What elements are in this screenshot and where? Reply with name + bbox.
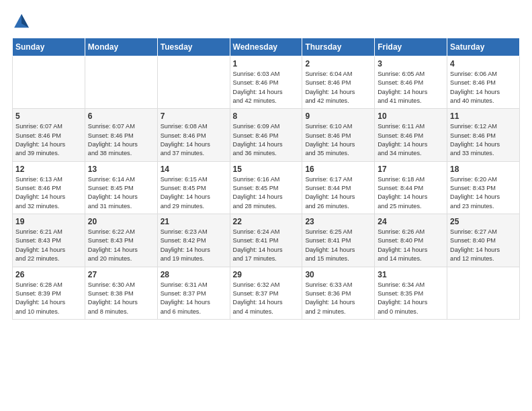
header: [12, 12, 520, 31]
calendar-cell: 2Sunrise: 6:04 AM Sunset: 8:46 PM Daylig…: [302, 56, 375, 109]
day-number: 1: [233, 59, 300, 68]
cell-content: Sunrise: 6:05 AM Sunset: 8:46 PM Dayligh…: [378, 70, 444, 105]
cell-content: Sunrise: 6:20 AM Sunset: 8:43 PM Dayligh…: [450, 175, 517, 211]
day-number: 20: [88, 217, 154, 226]
day-number: 9: [305, 111, 371, 121]
cell-content: Sunrise: 6:07 AM Sunset: 8:46 PM Dayligh…: [88, 122, 154, 158]
calendar-cell: 22Sunrise: 6:24 AM Sunset: 8:41 PM Dayli…: [230, 214, 302, 267]
calendar-header-row: SundayMondayTuesdayWednesdayThursdayFrid…: [13, 38, 520, 56]
cell-content: Sunrise: 6:24 AM Sunset: 8:41 PM Dayligh…: [233, 228, 300, 263]
day-number: 8: [233, 111, 300, 121]
calendar-header-wednesday: Wednesday: [230, 38, 302, 56]
calendar-cell: [13, 56, 85, 109]
day-number: 17: [378, 165, 444, 174]
logo: [12, 12, 34, 31]
cell-content: Sunrise: 6:12 AM Sunset: 8:46 PM Dayligh…: [450, 122, 517, 158]
calendar-week-row: 19Sunrise: 6:21 AM Sunset: 8:43 PM Dayli…: [13, 214, 520, 267]
day-number: 28: [161, 270, 227, 279]
calendar-cell: 16Sunrise: 6:17 AM Sunset: 8:44 PM Dayli…: [302, 161, 375, 214]
calendar-cell: 6Sunrise: 6:07 AM Sunset: 8:46 PM Daylig…: [85, 109, 157, 161]
calendar-cell: 1Sunrise: 6:03 AM Sunset: 8:46 PM Daylig…: [230, 56, 302, 109]
calendar-header-tuesday: Tuesday: [157, 38, 230, 56]
day-number: 6: [88, 111, 154, 121]
day-number: 16: [305, 165, 371, 174]
cell-content: Sunrise: 6:33 AM Sunset: 8:36 PM Dayligh…: [305, 281, 371, 316]
day-number: 23: [305, 217, 371, 226]
calendar-cell: 24Sunrise: 6:26 AM Sunset: 8:40 PM Dayli…: [375, 214, 447, 267]
day-number: 25: [450, 217, 517, 226]
calendar-header-monday: Monday: [85, 38, 157, 56]
cell-content: Sunrise: 6:06 AM Sunset: 8:46 PM Dayligh…: [450, 70, 517, 105]
calendar-cell: 18Sunrise: 6:20 AM Sunset: 8:43 PM Dayli…: [447, 161, 520, 214]
day-number: 31: [378, 270, 444, 279]
calendar-cell: 28Sunrise: 6:31 AM Sunset: 8:37 PM Dayli…: [157, 267, 230, 319]
cell-content: Sunrise: 6:18 AM Sunset: 8:44 PM Dayligh…: [378, 175, 444, 211]
cell-content: Sunrise: 6:23 AM Sunset: 8:42 PM Dayligh…: [161, 228, 227, 263]
calendar-table: SundayMondayTuesdayWednesdayThursdayFrid…: [12, 38, 520, 320]
day-number: 18: [450, 165, 517, 174]
day-number: 24: [378, 217, 444, 226]
cell-content: Sunrise: 6:30 AM Sunset: 8:38 PM Dayligh…: [88, 281, 154, 316]
day-number: 12: [15, 165, 82, 174]
cell-content: Sunrise: 6:16 AM Sunset: 8:45 PM Dayligh…: [233, 175, 300, 211]
day-number: 2: [305, 59, 371, 68]
cell-content: Sunrise: 6:10 AM Sunset: 8:46 PM Dayligh…: [305, 122, 371, 158]
calendar-cell: 3Sunrise: 6:05 AM Sunset: 8:46 PM Daylig…: [375, 56, 447, 109]
day-number: 30: [305, 270, 371, 279]
day-number: 19: [15, 217, 82, 226]
cell-content: Sunrise: 6:34 AM Sunset: 8:35 PM Dayligh…: [378, 281, 444, 316]
cell-content: Sunrise: 6:27 AM Sunset: 8:40 PM Dayligh…: [450, 228, 517, 263]
cell-content: Sunrise: 6:22 AM Sunset: 8:43 PM Dayligh…: [88, 228, 154, 263]
cell-content: Sunrise: 6:04 AM Sunset: 8:46 PM Dayligh…: [305, 70, 371, 105]
cell-content: Sunrise: 6:09 AM Sunset: 8:46 PM Dayligh…: [233, 122, 300, 158]
cell-content: Sunrise: 6:25 AM Sunset: 8:41 PM Dayligh…: [305, 228, 371, 263]
cell-content: Sunrise: 6:28 AM Sunset: 8:39 PM Dayligh…: [15, 281, 82, 316]
day-number: 10: [378, 111, 444, 121]
calendar-cell: 17Sunrise: 6:18 AM Sunset: 8:44 PM Dayli…: [375, 161, 447, 214]
cell-content: Sunrise: 6:07 AM Sunset: 8:46 PM Dayligh…: [15, 122, 82, 158]
day-number: 27: [88, 270, 154, 279]
day-number: 5: [15, 111, 82, 121]
calendar-cell: 29Sunrise: 6:32 AM Sunset: 8:37 PM Dayli…: [230, 267, 302, 319]
calendar-cell: 21Sunrise: 6:23 AM Sunset: 8:42 PM Dayli…: [157, 214, 230, 267]
calendar-cell: 26Sunrise: 6:28 AM Sunset: 8:39 PM Dayli…: [13, 267, 85, 319]
calendar-header-sunday: Sunday: [13, 38, 85, 56]
calendar-cell: 31Sunrise: 6:34 AM Sunset: 8:35 PM Dayli…: [375, 267, 447, 319]
calendar-cell: 14Sunrise: 6:15 AM Sunset: 8:45 PM Dayli…: [157, 161, 230, 214]
day-number: 14: [161, 165, 227, 174]
calendar-cell: 19Sunrise: 6:21 AM Sunset: 8:43 PM Dayli…: [13, 214, 85, 267]
day-number: 22: [233, 217, 300, 226]
calendar-cell: 15Sunrise: 6:16 AM Sunset: 8:45 PM Dayli…: [230, 161, 302, 214]
day-number: 4: [450, 59, 517, 68]
calendar-week-row: 26Sunrise: 6:28 AM Sunset: 8:39 PM Dayli…: [13, 267, 520, 319]
calendar-cell: 9Sunrise: 6:10 AM Sunset: 8:46 PM Daylig…: [302, 109, 375, 161]
day-number: 13: [88, 165, 154, 174]
cell-content: Sunrise: 6:13 AM Sunset: 8:46 PM Dayligh…: [15, 175, 82, 211]
calendar-cell: 10Sunrise: 6:11 AM Sunset: 8:46 PM Dayli…: [375, 109, 447, 161]
calendar-cell: 5Sunrise: 6:07 AM Sunset: 8:46 PM Daylig…: [13, 109, 85, 161]
cell-content: Sunrise: 6:26 AM Sunset: 8:40 PM Dayligh…: [378, 228, 444, 263]
day-number: 15: [233, 165, 300, 174]
cell-content: Sunrise: 6:14 AM Sunset: 8:45 PM Dayligh…: [88, 175, 154, 211]
day-number: 29: [233, 270, 300, 279]
day-number: 21: [161, 217, 227, 226]
calendar-cell: [85, 56, 157, 109]
logo-icon: [12, 12, 31, 31]
calendar-cell: 20Sunrise: 6:22 AM Sunset: 8:43 PM Dayli…: [85, 214, 157, 267]
page: SundayMondayTuesdayWednesdayThursdayFrid…: [0, 0, 532, 411]
calendar-cell: 25Sunrise: 6:27 AM Sunset: 8:40 PM Dayli…: [447, 214, 520, 267]
cell-content: Sunrise: 6:32 AM Sunset: 8:37 PM Dayligh…: [233, 281, 300, 316]
cell-content: Sunrise: 6:11 AM Sunset: 8:46 PM Dayligh…: [378, 122, 444, 158]
calendar-cell: 27Sunrise: 6:30 AM Sunset: 8:38 PM Dayli…: [85, 267, 157, 319]
cell-content: Sunrise: 6:31 AM Sunset: 8:37 PM Dayligh…: [161, 281, 227, 316]
calendar-cell: 30Sunrise: 6:33 AM Sunset: 8:36 PM Dayli…: [302, 267, 375, 319]
calendar-header-friday: Friday: [375, 38, 447, 56]
cell-content: Sunrise: 6:08 AM Sunset: 8:46 PM Dayligh…: [161, 122, 227, 158]
day-number: 7: [161, 111, 227, 121]
day-number: 11: [450, 111, 517, 121]
day-number: 3: [378, 59, 444, 68]
cell-content: Sunrise: 6:17 AM Sunset: 8:44 PM Dayligh…: [305, 175, 371, 211]
calendar-cell: 12Sunrise: 6:13 AM Sunset: 8:46 PM Dayli…: [13, 161, 85, 214]
cell-content: Sunrise: 6:15 AM Sunset: 8:45 PM Dayligh…: [161, 175, 227, 211]
calendar-header-saturday: Saturday: [447, 38, 520, 56]
